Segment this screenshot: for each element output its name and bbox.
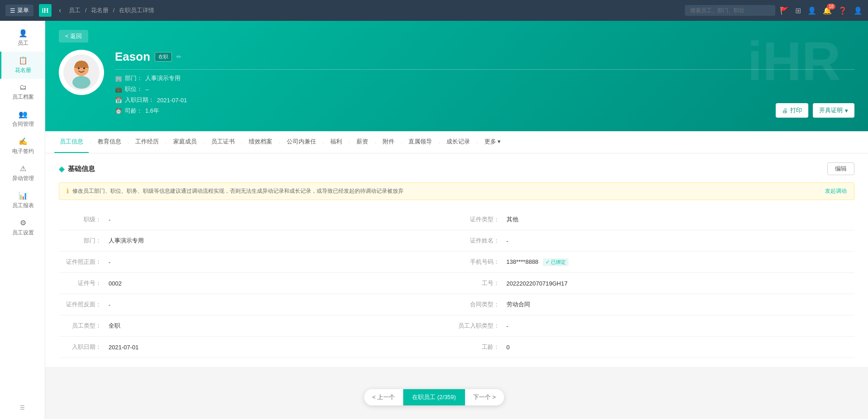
edit-button[interactable]: 编辑 xyxy=(827,162,854,175)
cert-arrow: ▾ xyxy=(845,107,848,114)
esign-icon: ✍ xyxy=(19,137,28,146)
tab-welfare[interactable]: 福利 xyxy=(325,131,347,153)
breadcrumb-employee[interactable]: 员工 xyxy=(69,7,81,14)
profile-joindate-value: 2021-07-01 xyxy=(157,97,187,104)
user-icon[interactable]: 👤 xyxy=(807,6,816,15)
sidebar-label-contract: 合同管理 xyxy=(12,120,34,128)
sidebar-item-employee[interactable]: 👤 员工 xyxy=(0,24,45,52)
sidebar-item-esign[interactable]: ✍ 电子签约 xyxy=(0,133,45,160)
profile-actions: 🖨 打印 开具证明 ▾ xyxy=(776,103,854,118)
section-title-text: 基础信息 xyxy=(68,165,95,173)
field-value-contract-type: 劳动合同 xyxy=(507,300,855,309)
fields-grid: 职级： - 证件类型： 其他 部门： 人事演示专用 证件姓名： - xyxy=(59,209,854,358)
breadcrumb-roster[interactable]: 花名册 xyxy=(91,7,109,14)
field-label-emp-type: 员工类型： xyxy=(59,322,109,330)
tab-performance[interactable]: 绩效档案 xyxy=(243,131,278,153)
tab-basic[interactable]: 员工信息 xyxy=(54,131,89,153)
warning-text: 修改员工部门、职位、职务、职级等信息建议通过调动流程实现，否则无法生成异动记录和… xyxy=(72,187,403,195)
edit-inline-icon[interactable]: ✏ xyxy=(176,53,181,60)
tab-attachment[interactable]: 附件 xyxy=(377,131,400,153)
warning-icon: ℹ xyxy=(66,187,69,195)
svg-text:iH: iH xyxy=(42,7,49,14)
field-row-contract-type: 合同类型： 劳动合同 xyxy=(457,294,855,315)
avatar xyxy=(59,50,104,95)
pagination-info: 在职员工 (2/359) xyxy=(412,394,456,400)
cert-button[interactable]: 开具证明 ▾ xyxy=(813,103,854,118)
nav-back-button[interactable]: ‹ xyxy=(57,6,63,14)
sidebar-collapse[interactable]: ☰ xyxy=(0,400,45,415)
field-value-emp-type: 全职 xyxy=(109,322,457,330)
breadcrumb-detail: 在职员工详情 xyxy=(119,7,154,14)
field-row-rank: 职级： - xyxy=(59,209,457,230)
settings-icon: ⚙ xyxy=(20,219,26,227)
profile-header: iHR < 返回 xyxy=(45,21,868,131)
transfer-link[interactable]: 发起调动 xyxy=(825,187,847,195)
tab-salary[interactable]: 薪资 xyxy=(351,131,374,153)
sidebar-label-roster: 花名册 xyxy=(15,67,31,74)
warning-banner: ℹ 修改员工部门、职位、职务、职级等信息建议通过调动流程实现，否则无法生成异动记… xyxy=(59,182,854,200)
pagination-bar: < 上一个 在职员工 (2/359) 下一个 > xyxy=(364,389,504,405)
profile-seniority-value: 1.6年 xyxy=(145,107,159,115)
field-label-id-back: 证件照反面： xyxy=(59,300,109,309)
search-input[interactable] xyxy=(685,5,775,16)
tab-work[interactable]: 工作经历 xyxy=(130,131,164,153)
profile-field-position: 💼 职位： -- xyxy=(115,85,854,93)
flag-icon[interactable]: 🚩 xyxy=(780,6,789,15)
clock-icon: ⏰ xyxy=(115,108,122,114)
menu-icon: ☰ xyxy=(10,7,15,14)
account-icon[interactable]: 👤 xyxy=(854,6,863,15)
print-button[interactable]: 🖨 打印 xyxy=(776,103,808,118)
tab-growth[interactable]: 成长记录 xyxy=(441,131,475,153)
print-icon: 🖨 xyxy=(782,107,788,114)
back-button[interactable]: < 返回 xyxy=(59,30,88,43)
field-row-id-back: 证件照反面： - xyxy=(59,294,457,315)
tab-cert[interactable]: 员工证书 xyxy=(206,131,240,153)
nav-icons: 🚩 ⊞ 👤 🔔 18 ❓ 👤 xyxy=(780,6,863,15)
section-title: ◈ 基础信息 xyxy=(59,165,95,173)
profile-position-value: -- xyxy=(145,86,149,93)
field-row-phone: 手机号码： 138****8888 ✓ 已绑定 xyxy=(457,252,855,273)
calendar-icon: 📅 xyxy=(115,97,122,104)
field-value-cert-type: 其他 xyxy=(507,215,855,224)
sidebar-label-anomaly: 异动管理 xyxy=(12,175,34,182)
roster-icon: 📋 xyxy=(19,56,28,65)
sidebar-label-archive: 员工档案 xyxy=(12,93,34,101)
report-icon: 📊 xyxy=(19,191,28,200)
field-row-cert-type: 证件类型： 其他 xyxy=(457,209,855,230)
field-label-onboard-type: 员工入职类型： xyxy=(457,322,507,330)
field-value-id-back: - xyxy=(109,301,457,308)
field-label-cert-name: 证件姓名： xyxy=(457,237,507,245)
field-label-contract-type: 合同类型： xyxy=(457,300,507,309)
bell-icon[interactable]: 🔔 18 xyxy=(823,6,832,15)
sidebar-item-roster[interactable]: 📋 花名册 xyxy=(0,52,45,79)
next-label: 下一个 > xyxy=(473,393,496,401)
sidebar-item-settings[interactable]: ⚙ 员工设置 xyxy=(0,214,45,241)
grid-icon[interactable]: ⊞ xyxy=(795,6,801,15)
sidebar-item-report[interactable]: 📊 员工报表 xyxy=(0,187,45,214)
tab-education[interactable]: 教育信息 xyxy=(92,131,127,153)
field-value-id-front: - xyxy=(109,259,457,266)
menu-button[interactable]: ☰ 菜单 xyxy=(5,5,33,16)
prev-employee-button[interactable]: < 上一个 xyxy=(364,389,403,405)
field-row-joindate: 入职日期： 2021-07-01 xyxy=(59,337,457,358)
sidebar-item-archive[interactable]: 🗂 员工档案 xyxy=(0,79,45,105)
help-icon[interactable]: ❓ xyxy=(838,6,847,15)
next-employee-button[interactable]: 下一个 > xyxy=(465,389,504,405)
tab-family[interactable]: 家庭成员 xyxy=(168,131,202,153)
profile-name-row: Eason 在职 ✏ xyxy=(115,50,854,64)
sidebar-item-anomaly[interactable]: ⚠ 异动管理 xyxy=(0,160,45,187)
main-content: ◈ 基础信息 编辑 ℹ 修改员工部门、职位、职务、职级等信息建议通过调动流程实现… xyxy=(45,153,868,367)
profile-field-seniority: ⏰ 司龄： 1.6年 xyxy=(115,107,854,115)
tab-concurrent[interactable]: 公司内兼任 xyxy=(281,131,322,153)
prev-label: < 上一个 xyxy=(372,393,395,401)
tab-more[interactable]: 更多 ▾ xyxy=(479,131,507,153)
top-nav: ☰ 菜单 iH ‹ 员工 / 花名册 / 在职员工详情 🚩 ⊞ 👤 🔔 18 ❓… xyxy=(0,0,868,21)
back-label: < 返回 xyxy=(65,32,82,40)
field-label-cert-type: 证件类型： xyxy=(457,215,507,224)
layers-icon: ◈ xyxy=(59,165,64,173)
phone-number: 138****8888 xyxy=(507,258,539,265)
field-label-id-front: 证件照正面： xyxy=(59,258,109,266)
sidebar-item-contract[interactable]: 👥 合同管理 xyxy=(0,105,45,133)
tab-leader[interactable]: 直属领导 xyxy=(403,131,437,153)
position-icon: 💼 xyxy=(115,86,122,93)
